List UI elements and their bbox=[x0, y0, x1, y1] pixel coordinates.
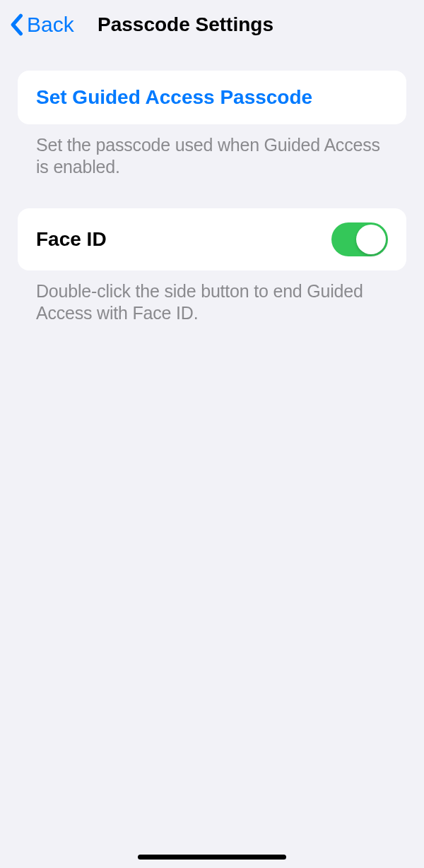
faceid-section: Face ID bbox=[18, 208, 406, 270]
page-title: Passcode Settings bbox=[98, 13, 273, 36]
content-area: Set Guided Access Passcode Set the passc… bbox=[0, 49, 424, 324]
set-passcode-label: Set Guided Access Passcode bbox=[36, 86, 312, 109]
faceid-toggle[interactable] bbox=[331, 222, 388, 256]
back-label: Back bbox=[27, 13, 74, 37]
passcode-section-footer: Set the passcode used when Guided Access… bbox=[18, 124, 406, 179]
navigation-bar: Back Passcode Settings bbox=[0, 0, 424, 49]
back-button[interactable]: Back bbox=[8, 13, 74, 37]
faceid-row: Face ID bbox=[18, 208, 406, 270]
home-indicator[interactable] bbox=[138, 855, 286, 860]
set-passcode-row[interactable]: Set Guided Access Passcode bbox=[18, 71, 406, 124]
faceid-section-footer: Double-click the side button to end Guid… bbox=[18, 270, 406, 325]
chevron-left-icon bbox=[8, 13, 24, 36]
toggle-knob bbox=[356, 225, 386, 254]
faceid-label: Face ID bbox=[36, 228, 107, 251]
passcode-section: Set Guided Access Passcode bbox=[18, 71, 406, 124]
